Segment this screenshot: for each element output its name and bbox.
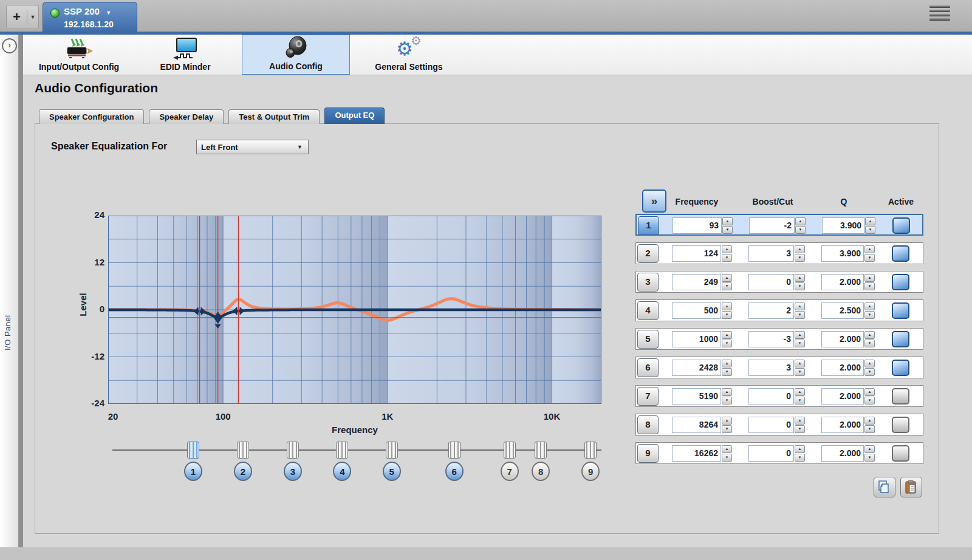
band-2-slider-thumb[interactable] [237, 442, 249, 459]
spin-up-icon[interactable]: ▲ [864, 274, 875, 282]
toolbar-item-general-settings[interactable]: ⚙ ⚙ General Settings [360, 35, 458, 75]
band-1-q-input[interactable]: 3.900 [822, 217, 864, 234]
spin-up-icon[interactable]: ▲ [864, 331, 875, 339]
spin-up-icon[interactable]: ▲ [722, 302, 732, 310]
band-9-circle-button[interactable]: 9 [581, 462, 600, 481]
spin-up-icon[interactable]: ▲ [864, 417, 875, 425]
band-4-q-input[interactable]: 2.500 [821, 302, 864, 319]
spin-up-icon[interactable]: ▲ [864, 360, 875, 367]
toolbar-item-edid-minder[interactable]: EDID Minder [140, 35, 231, 75]
add-device-button[interactable]: + ▼ [6, 5, 39, 29]
spin-up-icon[interactable]: ▲ [795, 274, 805, 282]
toolbar-item-input-output-config[interactable]: Input/Output Config [28, 35, 130, 75]
spin-up-icon[interactable]: ▲ [795, 331, 805, 339]
band-1-frequency-input[interactable]: 93 [673, 217, 722, 234]
band-8-q-input[interactable]: 2.000 [821, 417, 864, 433]
band-3-slider-thumb[interactable] [287, 442, 299, 459]
spin-down-icon[interactable]: ▼ [722, 282, 732, 290]
spin-up-icon[interactable]: ▲ [722, 331, 732, 339]
spin-down-icon[interactable]: ▼ [795, 397, 805, 405]
spin-down-icon[interactable]: ▼ [864, 397, 875, 405]
paste-button[interactable] [900, 477, 922, 497]
band-9-frequency-input[interactable]: 16262 [672, 445, 721, 462]
spin-down-icon[interactable]: ▼ [722, 425, 732, 433]
spin-down-icon[interactable]: ▼ [795, 368, 805, 376]
spin-down-icon[interactable]: ▼ [864, 254, 875, 262]
band-4-slider-thumb[interactable] [336, 442, 348, 459]
band-4-circle-button[interactable]: 4 [333, 462, 351, 481]
band-6-frequency-input[interactable]: 2428 [672, 360, 721, 376]
band-5-q-input[interactable]: 2.000 [821, 331, 864, 347]
band-7-boost-cut-input[interactable]: 0 [748, 388, 794, 405]
band-9-q-input[interactable]: 2.000 [821, 445, 864, 462]
copy-button[interactable] [874, 477, 895, 497]
band-2-select-button[interactable]: 2 [637, 244, 659, 263]
spin-down-icon[interactable]: ▼ [864, 340, 875, 347]
band-1-active-checkbox[interactable] [892, 217, 910, 234]
spin-up-icon[interactable]: ▲ [864, 302, 875, 310]
spin-down-icon[interactable]: ▼ [864, 425, 875, 433]
spin-up-icon[interactable]: ▲ [722, 245, 732, 253]
spin-down-icon[interactable]: ▼ [795, 254, 805, 262]
band-7-slider-thumb[interactable] [504, 442, 516, 459]
menu-icon[interactable] [929, 5, 950, 22]
spin-up-icon[interactable]: ▲ [795, 217, 806, 225]
band-4-boost-cut-input[interactable]: 2 [748, 302, 794, 319]
band-1-circle-button[interactable]: 1 [184, 462, 202, 481]
spin-down-icon[interactable]: ▼ [795, 454, 805, 462]
band-7-q-input[interactable]: 2.000 [821, 388, 864, 405]
spin-up-icon[interactable]: ▲ [722, 388, 732, 396]
spin-down-icon[interactable]: ▼ [722, 311, 732, 319]
band-1-select-button[interactable]: 1 [638, 216, 659, 235]
spin-down-icon[interactable]: ▼ [722, 454, 732, 462]
eq-response-chart[interactable]: 24120-12-24201001K10KLevelFrequency [108, 216, 601, 404]
spin-down-icon[interactable]: ▼ [864, 454, 875, 462]
band-6-circle-button[interactable]: 6 [445, 462, 464, 481]
band-8-slider-thumb[interactable] [535, 442, 547, 459]
spin-up-icon[interactable]: ▲ [795, 245, 805, 253]
spin-down-icon[interactable]: ▼ [795, 425, 805, 433]
spin-up-icon[interactable]: ▲ [795, 360, 805, 367]
spin-up-icon[interactable]: ▲ [795, 388, 805, 396]
band-4-active-checkbox[interactable] [892, 302, 909, 319]
spin-up-icon[interactable]: ▲ [722, 445, 732, 453]
band-2-circle-button[interactable]: 2 [234, 462, 252, 481]
band-3-frequency-input[interactable]: 249 [672, 274, 721, 290]
spin-down-icon[interactable]: ▼ [722, 397, 732, 405]
band-2-active-checkbox[interactable] [892, 245, 909, 262]
band-5-frequency-input[interactable]: 1000 [672, 331, 721, 347]
band-9-active-checkbox[interactable] [892, 445, 909, 462]
band-5-boost-cut-input[interactable]: -3 [748, 331, 794, 347]
band-9-select-button[interactable]: 9 [637, 444, 659, 463]
band-9-slider-thumb[interactable] [584, 442, 597, 459]
band-6-slider-thumb[interactable] [448, 442, 460, 459]
spin-down-icon[interactable]: ▼ [722, 368, 732, 376]
spin-up-icon[interactable]: ▲ [722, 217, 733, 225]
spin-down-icon[interactable]: ▼ [864, 368, 875, 376]
band-1-slider-thumb[interactable] [187, 442, 199, 459]
spin-down-icon[interactable]: ▼ [795, 340, 805, 347]
band-3-boost-cut-input[interactable]: 0 [748, 274, 794, 290]
spin-up-icon[interactable]: ▲ [864, 388, 875, 396]
expand-io-panel-button[interactable]: › [2, 38, 17, 53]
spin-up-icon[interactable]: ▲ [722, 360, 732, 367]
band-3-active-checkbox[interactable] [892, 274, 909, 290]
band-3-select-button[interactable]: 3 [637, 273, 659, 292]
tab-output-eq[interactable]: Output EQ [324, 108, 385, 124]
band-4-select-button[interactable]: 4 [637, 301, 659, 320]
spin-up-icon[interactable]: ▲ [865, 217, 875, 225]
tab-speaker-delay[interactable]: Speaker Delay [149, 109, 224, 124]
band-6-boost-cut-input[interactable]: 3 [748, 360, 794, 376]
band-6-q-input[interactable]: 2.000 [821, 360, 864, 376]
band-6-active-checkbox[interactable] [892, 360, 909, 376]
band-7-circle-button[interactable]: 7 [501, 462, 519, 481]
band-8-boost-cut-input[interactable]: 0 [748, 417, 794, 433]
band-8-frequency-input[interactable]: 8264 [672, 417, 721, 433]
band-2-q-input[interactable]: 3.900 [821, 245, 864, 262]
expand-table-button[interactable]: » [642, 190, 666, 213]
band-5-active-checkbox[interactable] [892, 331, 909, 347]
slider-track[interactable] [112, 449, 601, 451]
tab-speaker-configuration[interactable]: Speaker Configuration [39, 109, 144, 124]
chart-plot-area[interactable] [108, 216, 601, 404]
band-3-q-input[interactable]: 2.000 [821, 274, 864, 290]
